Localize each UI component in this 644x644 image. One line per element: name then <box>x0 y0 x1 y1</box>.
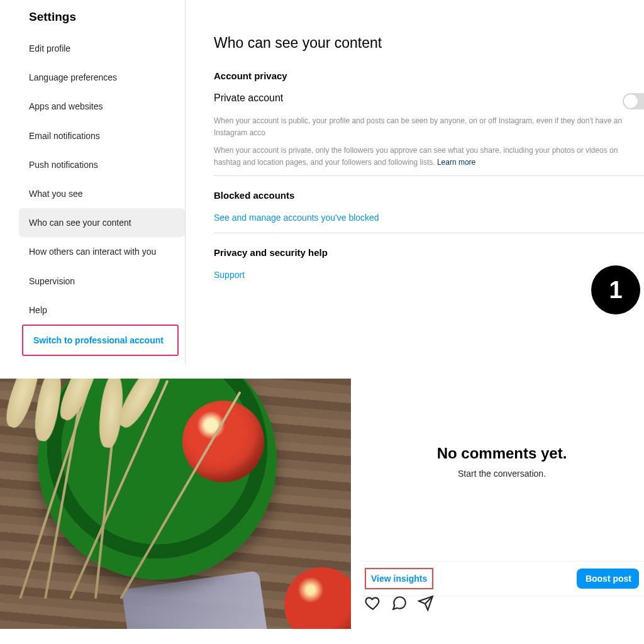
comment-icon[interactable] <box>391 595 408 614</box>
switch-professional-account-link[interactable]: Switch to professional account <box>23 326 177 355</box>
sidebar-item-how-others-interact[interactable]: How others can interact with you <box>19 237 185 266</box>
privacy-help-heading: Privacy and security help <box>214 247 644 258</box>
privacy-desc-private: When your account is private, only the f… <box>214 145 644 168</box>
blocked-accounts-heading: Blocked accounts <box>214 190 644 201</box>
settings-title: Settings <box>19 6 185 34</box>
divider <box>214 233 644 233</box>
sidebar-item-supervision[interactable]: Supervision <box>19 267 185 296</box>
sidebar-item-apps-and-websites[interactable]: Apps and websites <box>19 92 185 121</box>
sidebar-item-edit-profile[interactable]: Edit profile <box>19 34 185 63</box>
sidebar-item-push-notifications[interactable]: Push notifications <box>19 150 185 179</box>
private-account-toggle[interactable] <box>623 93 644 109</box>
toggle-knob <box>624 94 638 108</box>
view-insights-highlight: View insights <box>365 568 433 589</box>
sidebar-item-language-preferences[interactable]: Language preferences <box>19 63 185 92</box>
privacy-desc-private-text: When your account is private, only the f… <box>214 146 618 167</box>
privacy-desc-public: When your account is public, your profil… <box>214 115 644 138</box>
learn-more-link[interactable]: Learn more <box>437 158 475 167</box>
manage-blocked-link[interactable]: See and manage accounts you've blocked <box>214 213 379 223</box>
post-action-row <box>365 595 434 614</box>
like-icon[interactable] <box>365 595 381 614</box>
page-title: Who can see your content <box>214 35 644 52</box>
no-comments-subtext: Start the conversation. <box>360 469 644 479</box>
settings-main: Who can see your content Account privacy… <box>214 0 644 282</box>
insights-bar: View insights Boost post <box>360 561 644 596</box>
settings-sidebar: Settings Edit profile Language preferenc… <box>19 0 186 364</box>
post-side-panel: No comments yet. Start the conversation.… <box>360 379 644 629</box>
sidebar-item-email-notifications[interactable]: Email notifications <box>19 121 185 150</box>
sidebar-item-help[interactable]: Help <box>19 296 185 325</box>
share-icon[interactable] <box>418 595 434 614</box>
step-badge-1: 1 <box>591 265 640 314</box>
support-link[interactable]: Support <box>214 270 245 280</box>
post-panel: No comments yet. Start the conversation.… <box>0 379 644 629</box>
view-insights-link[interactable]: View insights <box>371 574 427 584</box>
no-comments-heading: No comments yet. <box>360 445 644 462</box>
sidebar-item-what-you-see[interactable]: What you see <box>19 179 185 208</box>
private-account-label: Private account <box>214 92 644 104</box>
divider <box>214 175 644 176</box>
settings-panel: Settings Edit profile Language preferenc… <box>0 0 644 364</box>
boost-post-button[interactable]: Boost post <box>577 569 639 589</box>
sidebar-item-who-can-see-your-content[interactable]: Who can see your content <box>19 208 185 237</box>
switch-professional-highlight: Switch to professional account <box>22 325 179 356</box>
post-photo[interactable] <box>0 379 351 629</box>
account-privacy-heading: Account privacy <box>214 70 644 81</box>
